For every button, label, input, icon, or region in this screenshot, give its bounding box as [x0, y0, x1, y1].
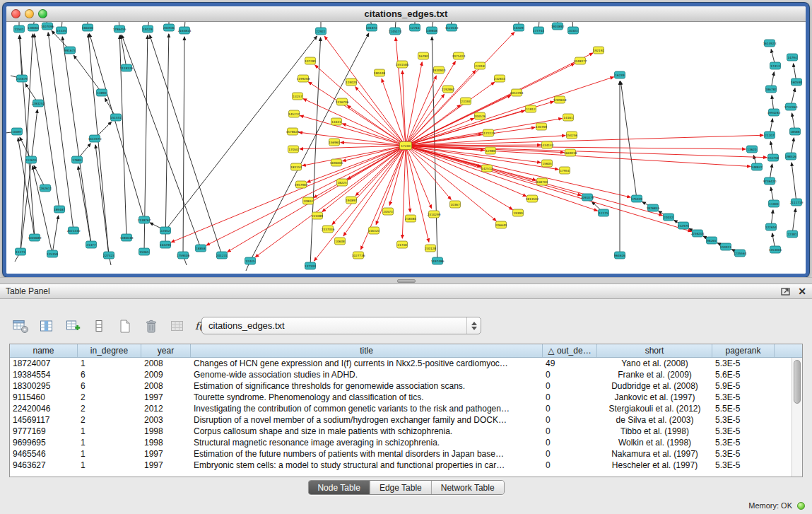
column-header-out_de[interactable]: △ out_de…	[543, 344, 597, 357]
graph-node[interactable]: 2048377	[574, 57, 587, 64]
graph-node[interactable]: 1524533	[445, 24, 459, 31]
row-selector-button[interactable]	[88, 317, 110, 335]
graph-edge[interactable]	[406, 62, 422, 146]
graph-node[interactable]: 14794	[787, 54, 798, 61]
graph-node[interactable]: 1813502	[526, 195, 539, 202]
graph-node[interactable]: 160590	[791, 78, 802, 86]
graph-node[interactable]: 2165814	[178, 27, 192, 34]
graph-node[interactable]: 21207	[765, 132, 775, 139]
graph-node[interactable]: 116320	[368, 227, 379, 234]
graph-edge[interactable]	[343, 146, 406, 236]
table-row[interactable]: 911546021997Tourette syndrome. Phenomeno…	[10, 392, 802, 403]
graph-node[interactable]: 1669018	[564, 149, 577, 156]
graph-edge[interactable]	[20, 110, 37, 252]
graph-edge[interactable]	[62, 37, 91, 245]
graph-node[interactable]: 22922	[316, 28, 326, 35]
graph-node[interactable]: 17050	[288, 146, 299, 153]
merge-table-button[interactable]	[167, 317, 188, 335]
float-panel-button[interactable]	[781, 287, 791, 296]
graph-edge[interactable]	[324, 36, 406, 146]
graph-node[interactable]: 1696065	[330, 159, 343, 166]
column-header-year[interactable]: year	[141, 344, 191, 357]
graph-node[interactable]: 110911	[720, 243, 731, 250]
minimize-window-button[interactable]	[25, 9, 34, 18]
graph-edge[interactable]	[382, 78, 406, 146]
graph-node[interactable]: 19399	[513, 209, 524, 216]
graph-node[interactable]: 17413	[770, 62, 781, 69]
graph-node[interactable]: 177743	[533, 27, 544, 34]
graph-node[interactable]: 13257	[293, 93, 303, 100]
graph-edge[interactable]	[34, 34, 59, 209]
graph-node[interactable]: 101872	[366, 24, 377, 31]
graph-node[interactable]: 145217	[288, 110, 300, 117]
graph-node[interactable]: 203936	[163, 24, 175, 31]
graph-node[interactable]: 20573	[383, 208, 394, 215]
zoom-window-button[interactable]	[38, 9, 47, 18]
graph-node[interactable]: 166000	[82, 24, 93, 31]
graph-edge[interactable]	[310, 37, 321, 266]
graph-edge[interactable]	[620, 81, 637, 199]
graph-node[interactable]: 151551	[110, 114, 122, 121]
graph-node[interactable]: 18588	[790, 128, 801, 135]
graph-node[interactable]: 221089	[312, 212, 323, 219]
graph-node[interactable]: 1614923	[763, 40, 777, 47]
table-selector-dropdown[interactable]: citations_edges.txt	[201, 317, 481, 334]
graph-edge[interactable]	[52, 216, 59, 254]
graph-node[interactable]: 14431	[331, 118, 342, 125]
select-columns-button[interactable]	[36, 317, 57, 335]
graph-node[interactable]: 154256	[566, 132, 577, 139]
graph-node[interactable]: 1903892	[551, 23, 565, 30]
graph-edge[interactable]	[406, 146, 691, 231]
graph-node[interactable]: 2138767	[138, 216, 151, 223]
graph-node[interactable]: 98265	[707, 237, 717, 244]
graph-node[interactable]: 107281	[305, 57, 316, 64]
graph-node[interactable]: 16509	[514, 24, 524, 31]
network-canvas[interactable]: 1724010728111992681325714521715786281705…	[6, 22, 806, 274]
graph-node[interactable]: 130769	[536, 123, 547, 130]
graph-node[interactable]: 23193	[461, 98, 471, 105]
graph-node[interactable]: 168704	[536, 178, 548, 185]
graph-node[interactable]: 16780	[418, 52, 429, 59]
tab-node-table[interactable]: Node Table	[308, 481, 370, 494]
column-header-pagerank[interactable]: pagerank	[712, 344, 775, 357]
graph-node[interactable]: 1316706	[336, 98, 349, 105]
splitter-grip-icon[interactable]	[397, 279, 416, 283]
graph-node[interactable]: 119025	[346, 78, 357, 86]
graph-edge[interactable]	[78, 166, 91, 245]
graph-node[interactable]: 1054784	[510, 89, 524, 96]
tab-network-table[interactable]: Network Table	[431, 481, 504, 494]
graph-node[interactable]: 2192862	[442, 86, 455, 93]
graph-edge[interactable]	[406, 135, 763, 146]
table-row[interactable]: 1938455462009Genome-wide association stu…	[10, 369, 802, 380]
graph-node[interactable]: 186782	[765, 86, 777, 93]
new-file-button[interactable]	[114, 317, 136, 335]
graph-edge[interactable]	[183, 37, 184, 255]
graph-node[interactable]: 1434143	[541, 141, 554, 148]
show-columns-button[interactable]	[10, 317, 31, 335]
graph-node[interactable]: 183153	[290, 163, 302, 170]
graph-node[interactable]: 122654	[765, 223, 777, 230]
graph-node[interactable]: 180448	[374, 69, 385, 76]
graph-edge[interactable]	[406, 77, 613, 146]
graph-node[interactable]: 20032	[664, 214, 674, 221]
graph-node[interactable]: 1876845	[647, 204, 660, 211]
graph-node[interactable]: 2021330	[67, 227, 81, 234]
graph-edge[interactable]	[88, 34, 109, 255]
graph-node[interactable]: 215679	[16, 75, 28, 82]
graph-node[interactable]: 1407096	[41, 23, 54, 30]
vertical-scrollbar[interactable]	[792, 358, 802, 477]
graph-node[interactable]: 11541	[14, 25, 25, 33]
graph-node[interactable]: 1091079	[581, 194, 594, 201]
graph-edge[interactable]	[406, 146, 512, 209]
graph-node[interactable]: 1118126	[120, 64, 134, 71]
graph-node[interactable]: 232833	[494, 75, 505, 82]
graph-edge[interactable]	[20, 35, 22, 78]
graph-edge[interactable]	[406, 146, 662, 216]
graph-node[interactable]: 189487	[54, 206, 65, 213]
graph-node[interactable]: 1578628	[286, 128, 300, 135]
graph-node[interactable]: 230128	[425, 245, 436, 252]
graph-node[interactable]: 2111719	[790, 199, 804, 206]
graph-node[interactable]: 11000	[769, 200, 779, 207]
graph-node[interactable]: 192192	[593, 47, 604, 54]
graph-node[interactable]: 15335	[57, 27, 67, 34]
